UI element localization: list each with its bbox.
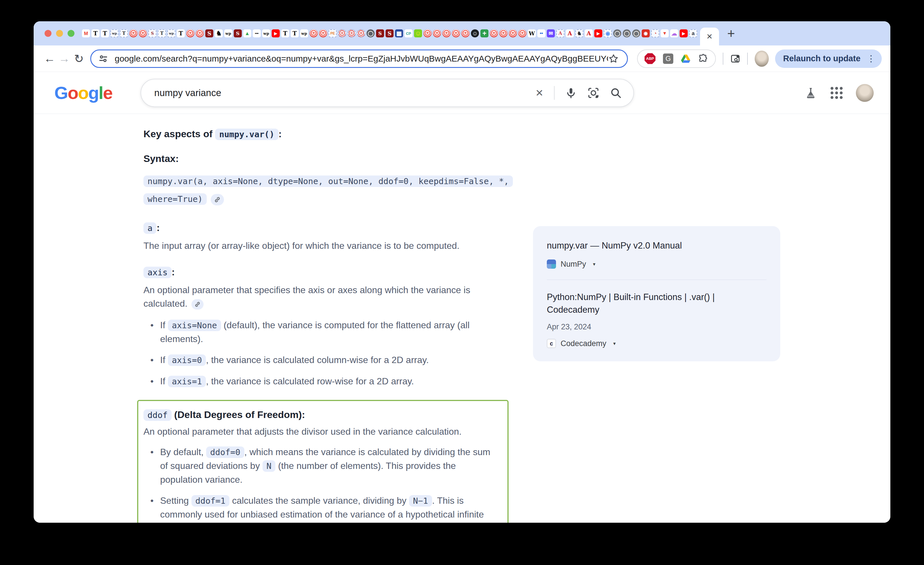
red-spiral-icon[interactable] bbox=[196, 29, 204, 38]
minimize-window-button[interactable] bbox=[56, 30, 63, 37]
smiley-icon[interactable]: ☺ bbox=[414, 29, 422, 38]
nyt-icon[interactable]: T bbox=[291, 29, 299, 38]
google-maps-icon[interactable]: ▼ bbox=[661, 29, 669, 38]
red-spiral-loading-icon[interactable] bbox=[348, 29, 356, 38]
red-spiral-icon[interactable] bbox=[509, 29, 517, 38]
new-yorker-loading-icon[interactable]: ♞ bbox=[575, 29, 584, 38]
adblock-plus-icon[interactable]: ABP bbox=[645, 53, 656, 64]
map-pin-icon[interactable]: ◉ bbox=[642, 29, 650, 38]
red-spiral-loading-icon[interactable] bbox=[357, 29, 365, 38]
back-button[interactable]: ← bbox=[42, 52, 57, 65]
youtube-icon[interactable]: ▶ bbox=[272, 29, 280, 38]
g-extension-icon[interactable]: G bbox=[663, 54, 673, 64]
chevron-down-icon[interactable]: ▾ bbox=[613, 341, 616, 347]
gmail-icon[interactable]: M bbox=[82, 29, 90, 38]
red-spiral-icon[interactable] bbox=[129, 29, 137, 38]
profile-avatar[interactable] bbox=[754, 51, 769, 67]
globe-grey-icon[interactable]: ◯ bbox=[613, 29, 621, 38]
source-row[interactable]: NumPy ▾ bbox=[547, 260, 766, 269]
nyt-icon[interactable]: T bbox=[177, 29, 185, 38]
calpoly-icon[interactable]: CP bbox=[405, 29, 412, 38]
chevron-down-icon[interactable]: ▾ bbox=[593, 261, 596, 267]
stanford-icon[interactable]: S bbox=[386, 29, 394, 38]
url-text[interactable]: google.com/search?q=numpy+variance&oq=nu… bbox=[115, 54, 608, 63]
wikipedia-icon[interactable]: W bbox=[528, 29, 536, 38]
wapo-icon[interactable]: wp bbox=[224, 29, 232, 38]
close-tab-icon[interactable]: ✕ bbox=[706, 32, 713, 41]
close-window-button[interactable] bbox=[45, 30, 51, 37]
red-spiral-icon[interactable] bbox=[442, 29, 450, 38]
google-lens-icon[interactable] bbox=[587, 87, 599, 99]
cloud-icon[interactable]: ☁ bbox=[670, 29, 678, 38]
globe-dark-icon[interactable]: ◯ bbox=[366, 29, 375, 38]
source-row[interactable]: c Codecademy ▾ bbox=[547, 339, 766, 348]
red-spiral-loading-icon[interactable] bbox=[338, 29, 346, 38]
source-link-icon[interactable] bbox=[211, 194, 224, 205]
atlantic-icon[interactable]: A bbox=[585, 29, 593, 38]
wapo-loading-icon[interactable]: wp bbox=[167, 29, 176, 38]
red-spiral-icon[interactable] bbox=[139, 29, 147, 38]
relaunch-to-update-button[interactable]: Relaunch to update ⋮ bbox=[775, 50, 882, 68]
red-spiral-icon[interactable] bbox=[186, 29, 194, 38]
google-logo[interactable]: Google bbox=[54, 83, 112, 103]
spiral-blue-loading-icon[interactable]: ◉ bbox=[604, 29, 612, 38]
ellipsis-icon[interactable]: ••• bbox=[253, 29, 261, 38]
stanford-alumni-icon[interactable]: S bbox=[376, 29, 384, 38]
voice-search-icon[interactable] bbox=[565, 87, 577, 99]
clear-search-icon[interactable]: ✕ bbox=[535, 87, 544, 99]
google-apps-grid-icon[interactable] bbox=[831, 87, 843, 99]
red-spiral-icon[interactable] bbox=[490, 29, 498, 38]
google-drive-icon[interactable]: ▲ bbox=[243, 29, 251, 38]
source-result-title[interactable]: Python:NumPy | Built-in Functions | .var… bbox=[547, 291, 731, 316]
green-plus-icon[interactable]: + bbox=[480, 29, 489, 38]
labs-flask-icon[interactable] bbox=[804, 86, 818, 99]
search-input[interactable]: numpy variance bbox=[154, 87, 536, 98]
red-spiral-icon[interactable] bbox=[423, 29, 432, 38]
source-result-title[interactable]: numpy.var — NumPy v2.0 Manual bbox=[547, 239, 766, 252]
amazon-loading-icon[interactable]: a bbox=[689, 29, 697, 38]
nyt-loading-icon[interactable]: T bbox=[120, 29, 128, 38]
account-avatar[interactable] bbox=[856, 84, 874, 102]
stanford-alumni-icon[interactable]: S bbox=[234, 29, 242, 38]
red-spiral-icon[interactable] bbox=[518, 29, 526, 38]
pe-icon[interactable]: PE bbox=[328, 29, 337, 38]
new-tab-button[interactable]: + bbox=[723, 25, 739, 41]
wapo-icon[interactable]: wp bbox=[262, 29, 270, 38]
red-spiral-icon[interactable] bbox=[452, 29, 460, 38]
globe-grey-icon[interactable]: ◯ bbox=[623, 29, 631, 38]
proton-mail-icon[interactable]: ✉ bbox=[547, 29, 555, 38]
active-tab[interactable]: ✕ bbox=[700, 28, 719, 45]
youtube-icon[interactable]: ▶ bbox=[680, 29, 688, 38]
bookmark-star-icon[interactable] bbox=[608, 53, 619, 64]
chrome-menu-icon[interactable]: ⋮ bbox=[864, 54, 878, 63]
nyt-icon[interactable]: T bbox=[92, 29, 99, 38]
forward-button[interactable]: → bbox=[57, 52, 72, 65]
wapo-loading-icon[interactable]: wp bbox=[110, 29, 118, 38]
new-yorker-icon[interactable]: ♞ bbox=[215, 29, 223, 38]
red-spiral-icon[interactable] bbox=[319, 29, 327, 38]
site-settings-icon[interactable] bbox=[98, 54, 108, 64]
stanford-loading-icon[interactable]: S bbox=[148, 29, 156, 38]
nyt-loading-icon[interactable]: T bbox=[158, 29, 166, 38]
source-link-icon[interactable] bbox=[192, 299, 204, 310]
window-grid-icon[interactable]: ▦ bbox=[395, 29, 403, 38]
address-bar[interactable]: google.com/search?q=numpy+variance&oq=nu… bbox=[90, 50, 628, 68]
reload-button[interactable]: ↻ bbox=[72, 52, 86, 65]
red-spiral-icon[interactable] bbox=[461, 29, 470, 38]
flickr-icon[interactable]: •• bbox=[537, 29, 545, 38]
red-spiral-icon[interactable] bbox=[310, 29, 318, 38]
search-magnifier-icon[interactable] bbox=[610, 87, 622, 99]
red-spiral-icon[interactable] bbox=[433, 29, 441, 38]
nyt-icon[interactable]: T bbox=[281, 29, 289, 38]
search-side-panel-icon[interactable] bbox=[730, 53, 740, 65]
zoom-window-button[interactable] bbox=[68, 30, 75, 37]
nyt-icon[interactable]: T bbox=[101, 29, 109, 38]
youtube-icon[interactable]: ▶ bbox=[594, 29, 602, 38]
wapo-icon[interactable]: wp bbox=[300, 29, 308, 38]
search-box[interactable]: numpy variance ✕ bbox=[141, 79, 634, 107]
google-drive-icon[interactable] bbox=[681, 54, 690, 63]
globe-grey-icon[interactable]: ◯ bbox=[632, 29, 640, 38]
atlantic-icon[interactable]: A bbox=[566, 29, 574, 38]
atlantic-loading-icon[interactable]: A bbox=[556, 29, 564, 38]
stanford-icon[interactable]: S bbox=[205, 29, 213, 38]
